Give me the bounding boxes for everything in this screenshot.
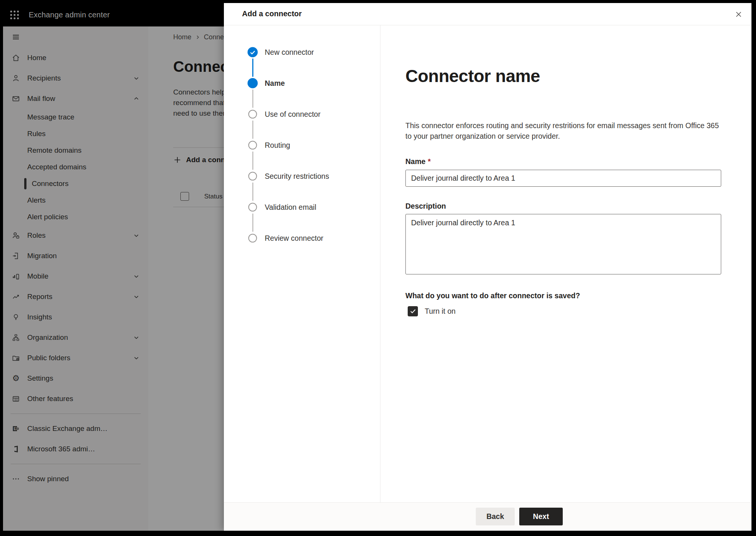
step-upcoming-icon — [248, 172, 257, 181]
next-button[interactable]: Next — [519, 508, 563, 525]
step-completed-icon — [248, 47, 258, 57]
wizard-step-label: Validation email — [265, 203, 316, 212]
checkmark-icon — [410, 309, 416, 314]
modal-header: Add a connector — [224, 3, 751, 25]
connector-description-textarea[interactable]: Deliver journal directly to Area 1 — [405, 214, 721, 274]
name-label-text: Name — [405, 157, 425, 166]
name-field-label: Name * — [405, 157, 431, 166]
connector-name-input[interactable] — [405, 170, 721, 187]
turn-it-on-option[interactable]: Turn it on — [408, 306, 456, 316]
wizard-step-validation-email[interactable]: Validation email — [224, 200, 380, 214]
close-button[interactable] — [732, 8, 745, 21]
step-connector-line — [252, 183, 253, 201]
app-window: Exchange admin center Home Recipients — [3, 3, 751, 531]
description-field-label: Description — [405, 202, 446, 211]
wizard-step-name[interactable]: Name — [224, 76, 380, 90]
wizard-step-label: Use of connector — [265, 110, 320, 119]
step-connector-line — [252, 90, 253, 108]
add-connector-modal: Add a connector New connector Name — [224, 3, 751, 531]
wizard-step-label: New connector — [265, 48, 314, 57]
turn-it-on-label: Turn it on — [425, 307, 456, 316]
wizard-step-security-restrictions[interactable]: Security restrictions — [224, 169, 380, 183]
step-upcoming-icon — [248, 110, 257, 119]
step-upcoming-icon — [248, 203, 257, 212]
description-label-text: Description — [405, 202, 446, 211]
wizard-step-label: Routing — [265, 141, 290, 150]
wizard-step-label: Review connector — [265, 234, 323, 243]
step-description: This connector enforces routing and secu… — [405, 120, 727, 141]
step-upcoming-icon — [248, 141, 257, 150]
after-save-question: What do you want to do after connector i… — [405, 291, 580, 300]
step-heading: Connector name — [405, 66, 540, 86]
step-connector-line — [252, 121, 253, 139]
step-active-icon — [248, 78, 258, 88]
step-connector-line — [252, 152, 253, 170]
required-asterisk: * — [428, 157, 431, 166]
screenshot-frame: Exchange admin center Home Recipients — [0, 0, 756, 536]
modal-body: Connector name This connector enforces r… — [405, 25, 721, 503]
step-upcoming-icon — [248, 234, 257, 243]
wizard-steps: New connector Name Use of connector Rout… — [224, 25, 380, 503]
back-button[interactable]: Back — [476, 508, 515, 525]
step-connector-line — [252, 214, 253, 232]
turn-it-on-checkbox[interactable] — [408, 306, 418, 316]
wizard-step-label: Security restrictions — [265, 172, 329, 181]
wizard-step-new-connector[interactable]: New connector — [224, 45, 380, 59]
wizard-step-review-connector[interactable]: Review connector — [224, 231, 380, 245]
wizard-step-use-of-connector[interactable]: Use of connector — [224, 107, 380, 121]
modal-title: Add a connector — [242, 9, 302, 18]
wizard-step-routing[interactable]: Routing — [224, 138, 380, 152]
close-icon — [734, 10, 743, 19]
wizard-step-label: Name — [265, 79, 285, 88]
modal-footer: Back Next — [224, 502, 751, 531]
step-connector-line — [252, 59, 253, 77]
